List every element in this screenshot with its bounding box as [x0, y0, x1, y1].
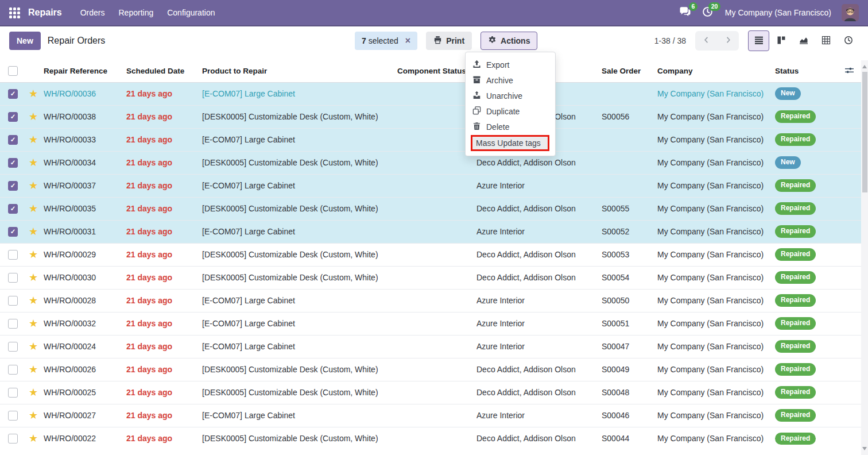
- table-row[interactable]: ✓★WH/RO/0003321 days ago[E-COM07] Large …: [0, 128, 861, 151]
- menu-item-unarchive[interactable]: Unarchive: [466, 88, 555, 103]
- customer: Deco Addict, Addison Olson: [476, 158, 576, 167]
- row-checkbox[interactable]: [8, 342, 18, 352]
- favorite-star-icon[interactable]: ★: [29, 134, 38, 145]
- favorite-star-icon[interactable]: ★: [29, 180, 38, 191]
- table-row[interactable]: ★WH/RO/0002821 days ago[E-COM07] Large C…: [0, 289, 861, 312]
- favorite-star-icon[interactable]: ★: [29, 203, 38, 214]
- chevron-right-icon: [724, 36, 733, 46]
- view-pivot-button[interactable]: [815, 30, 836, 51]
- company-switcher[interactable]: My Company (San Francisco): [725, 8, 831, 17]
- scheduled-date: 21 days ago: [126, 342, 172, 351]
- favorite-star-icon[interactable]: ★: [29, 295, 38, 306]
- table-row[interactable]: ★WH/RO/0002521 days ago[DESK0005] Custom…: [0, 381, 861, 404]
- view-activity-button[interactable]: [838, 30, 859, 51]
- header-sale-order[interactable]: Sale Order: [602, 60, 657, 82]
- favorite-star-icon[interactable]: ★: [29, 272, 38, 283]
- favorite-star-icon[interactable]: ★: [29, 387, 38, 398]
- table-row[interactable]: ★WH/RO/0002421 days ago[E-COM07] Large C…: [0, 335, 861, 358]
- pager-previous-button[interactable]: [695, 31, 717, 51]
- header-repair-reference[interactable]: Repair Reference: [44, 60, 126, 82]
- table-row[interactable]: ★WH/RO/0003221 days ago[E-COM07] Large C…: [0, 312, 861, 335]
- scrollbar-down-arrow[interactable]: [862, 447, 867, 450]
- optional-columns-button[interactable]: [844, 66, 861, 76]
- row-checkbox[interactable]: ✓: [8, 112, 18, 122]
- menu-item-archive[interactable]: Archive: [466, 72, 555, 88]
- table-row[interactable]: ✓★WH/RO/0003521 days ago[DESK0005] Custo…: [0, 197, 861, 220]
- print-button[interactable]: Print: [426, 32, 472, 50]
- header-product-to-repair[interactable]: Product to Repair: [202, 60, 397, 82]
- customer: Deco Addict, Addison Olson: [476, 250, 576, 259]
- row-checkbox[interactable]: [8, 388, 18, 398]
- row-checkbox[interactable]: [8, 411, 18, 421]
- row-checkbox[interactable]: [8, 319, 18, 329]
- messages-button[interactable]: 6: [679, 7, 692, 18]
- activities-button[interactable]: 20: [702, 7, 715, 18]
- favorite-star-icon[interactable]: ★: [29, 157, 38, 168]
- table-row[interactable]: ★WH/RO/0002721 days ago[E-COM07] Large C…: [0, 404, 861, 427]
- favorite-star-icon[interactable]: ★: [29, 249, 38, 260]
- header-company[interactable]: Company: [657, 60, 775, 82]
- scrollbar-thumb[interactable]: [862, 72, 867, 192]
- row-checkbox[interactable]: ✓: [8, 204, 18, 214]
- table-row[interactable]: ★WH/RO/0003021 days ago[DESK0005] Custom…: [0, 266, 861, 289]
- new-button[interactable]: New: [9, 32, 41, 50]
- table-row[interactable]: ✓★WH/RO/0003821 days ago[DESK0005] Custo…: [0, 105, 861, 128]
- favorite-star-icon[interactable]: ★: [29, 318, 38, 329]
- table-row[interactable]: ★WH/RO/0002621 days ago[DESK0005] Custom…: [0, 358, 861, 381]
- table-row[interactable]: ★WH/RO/0002221 days ago[DESK0005] Custom…: [0, 427, 861, 450]
- table-row[interactable]: ✓★WH/RO/0003721 days ago[E-COM07] Large …: [0, 174, 861, 197]
- row-checkbox[interactable]: [8, 250, 18, 260]
- favorite-star-icon[interactable]: ★: [29, 433, 38, 444]
- favorite-star-icon[interactable]: ★: [29, 341, 38, 352]
- menu-item-mass-update-tags[interactable]: Mass Update tags: [471, 135, 549, 151]
- table-row[interactable]: ✓★WH/RO/0003421 days ago[DESK0005] Custo…: [0, 151, 861, 174]
- view-kanban-button[interactable]: [770, 30, 792, 51]
- product-to-repair: [E-COM07] Large Cabinet: [202, 227, 295, 236]
- menu-item-export[interactable]: Export: [466, 57, 555, 72]
- customer: Deco Addict, Addison Olson: [476, 273, 576, 282]
- actions-dropdown-menu: ExportArchiveUnarchiveDuplicateDeleteMas…: [465, 52, 556, 156]
- table-row[interactable]: ★WH/RO/0002921 days ago[DESK0005] Custom…: [0, 243, 861, 266]
- scheduled-date: 21 days ago: [126, 250, 172, 259]
- favorite-star-icon[interactable]: ★: [29, 88, 38, 99]
- header-status[interactable]: Status: [775, 60, 844, 82]
- vertical-scrollbar[interactable]: [861, 60, 868, 455]
- row-checkbox[interactable]: ✓: [8, 158, 18, 168]
- row-checkbox[interactable]: ✓: [8, 135, 18, 145]
- header-scheduled-date[interactable]: Scheduled Date: [126, 60, 202, 82]
- favorite-star-icon[interactable]: ★: [29, 410, 38, 421]
- app-name[interactable]: Repairs: [28, 7, 62, 18]
- row-checkbox[interactable]: ✓: [8, 181, 18, 191]
- menu-item-delete[interactable]: Delete: [466, 119, 555, 134]
- row-checkbox[interactable]: ✓: [8, 227, 18, 237]
- company: My Company (San Francisco): [657, 388, 764, 397]
- menu-item-duplicate[interactable]: Duplicate: [466, 103, 555, 119]
- row-checkbox[interactable]: [8, 434, 18, 444]
- row-checkbox[interactable]: [8, 273, 18, 283]
- repair-reference: WH/RO/00022: [44, 434, 96, 443]
- favorite-star-icon[interactable]: ★: [29, 226, 38, 237]
- apps-grid-icon[interactable]: [9, 7, 20, 18]
- scheduled-date: 21 days ago: [126, 158, 172, 167]
- table-row[interactable]: ✓★WH/RO/0003121 days ago[E-COM07] Large …: [0, 220, 861, 243]
- company: My Company (San Francisco): [657, 411, 764, 420]
- view-list-button[interactable]: [748, 30, 769, 51]
- navbar-menu-orders[interactable]: Orders: [73, 4, 112, 21]
- clear-selection-icon[interactable]: ×: [405, 36, 410, 45]
- actions-button[interactable]: Actions: [480, 32, 537, 50]
- menu-item-label: Delete: [486, 122, 509, 132]
- row-checkbox[interactable]: ✓: [8, 89, 18, 99]
- navbar-menu-reporting[interactable]: Reporting: [112, 4, 161, 21]
- row-checkbox[interactable]: [8, 365, 18, 375]
- avatar[interactable]: [842, 4, 859, 21]
- row-checkbox[interactable]: [8, 296, 18, 306]
- favorite-star-icon[interactable]: ★: [29, 111, 38, 122]
- pager-next-button[interactable]: [717, 31, 739, 51]
- scrollbar-up-arrow[interactable]: [862, 65, 867, 68]
- view-graph-button[interactable]: [793, 30, 814, 51]
- navbar-menu-configuration[interactable]: Configuration: [160, 4, 222, 21]
- scheduled-date: 21 days ago: [126, 181, 172, 190]
- select-all-checkbox[interactable]: [8, 66, 18, 76]
- table-row[interactable]: ✓★WH/RO/0003621 days ago[E-COM07] Large …: [0, 82, 861, 105]
- favorite-star-icon[interactable]: ★: [29, 364, 38, 375]
